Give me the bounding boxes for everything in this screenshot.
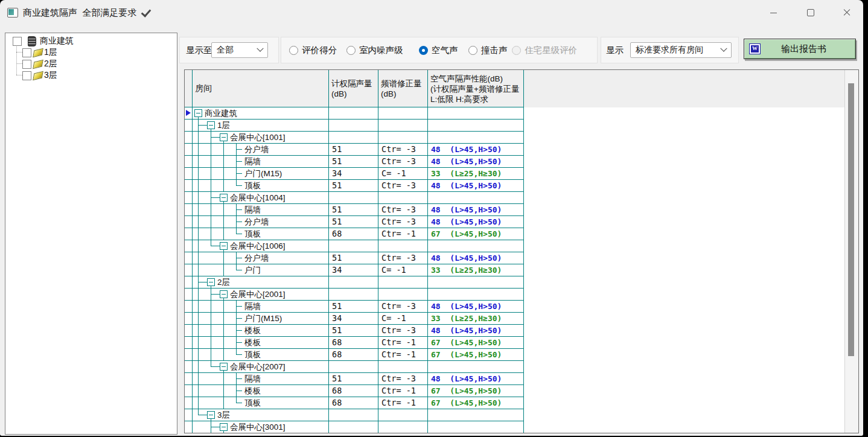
table-row-item[interactable]: 顶板68Ctr= -167 (L>45,H>50) bbox=[185, 397, 858, 409]
table-row-group[interactable]: 会展中心[1004] bbox=[185, 192, 858, 204]
table-row-group[interactable]: 商业建筑 bbox=[185, 107, 858, 120]
vertical-scrollbar[interactable] bbox=[844, 70, 858, 433]
tree-line bbox=[198, 397, 199, 409]
collapse-box[interactable] bbox=[220, 363, 228, 371]
spectrum-correction-cell bbox=[378, 240, 428, 252]
value-text: 68 bbox=[332, 337, 342, 348]
tree-item-root[interactable]: 商业建筑 bbox=[5, 35, 174, 46]
expand-box[interactable] bbox=[22, 71, 31, 80]
collapse-box[interactable] bbox=[220, 242, 228, 250]
tree-item-floor[interactable]: 1层 bbox=[5, 46, 174, 58]
expand-box[interactable] bbox=[22, 60, 31, 69]
expand-box[interactable] bbox=[22, 48, 31, 57]
row-marker-cell bbox=[185, 144, 193, 156]
collapse-box[interactable] bbox=[207, 121, 215, 129]
table-row-item[interactable]: 顶板51Ctr= -348 (L>45,H>50) bbox=[185, 180, 858, 192]
row-marker-cell bbox=[185, 180, 193, 192]
performance-value: 48 (L>45,H>50) bbox=[431, 325, 502, 336]
room-label: 3层 bbox=[217, 409, 230, 421]
table-row-group[interactable]: 会展中心[3001] bbox=[185, 421, 858, 433]
table-row-item[interactable]: 户门(M15)34C= -133 (L≥25,H≥30) bbox=[185, 168, 858, 180]
radio-option-2[interactable]: 室内噪声级 bbox=[346, 37, 403, 63]
performance-value: 48 (L>45,H>50) bbox=[431, 373, 502, 384]
table-row-group[interactable]: 1层 bbox=[185, 120, 858, 132]
tree-item-floor[interactable]: 3层 bbox=[5, 69, 174, 81]
tree-line bbox=[198, 117, 199, 119]
row-marker-cell bbox=[185, 301, 193, 313]
room-cell: 会展中心[3001] bbox=[193, 421, 329, 433]
collapse-box[interactable] bbox=[194, 109, 202, 117]
table-row-item[interactable]: 分户墙51Ctr= -348 (L>45,H>50) bbox=[185, 144, 858, 156]
room-label: 会展中心[3001] bbox=[230, 421, 286, 433]
table-row-item[interactable]: 隔墙51Ctr= -348 (L>45,H>50) bbox=[185, 204, 858, 216]
table-row-item[interactable]: 隔墙51Ctr= -348 (L>45,H>50) bbox=[185, 156, 858, 168]
table-row-item[interactable]: 顶板68Ctr= -167 (L>45,H>50) bbox=[185, 228, 858, 240]
tree-item-floor[interactable]: 2层 bbox=[5, 58, 174, 69]
radio-circle bbox=[289, 46, 298, 55]
spectrum-correction-cell: Ctr= -3 bbox=[378, 325, 428, 337]
show-to-select[interactable]: 全部 bbox=[211, 42, 268, 58]
table-row-item[interactable]: 户门(M15)34C= -133 (L≥25,H≥30) bbox=[185, 313, 858, 325]
close-button[interactable] bbox=[834, 4, 860, 22]
spectrum-correction-cell bbox=[378, 132, 428, 144]
table-row-item[interactable]: 分户墙51Ctr= -348 (L>45,H>50) bbox=[185, 216, 858, 228]
minimize-button[interactable] bbox=[761, 4, 786, 22]
radio-option-3[interactable]: 空气声 bbox=[419, 37, 458, 63]
radio-option-1[interactable]: 评价得分 bbox=[289, 37, 337, 63]
weighted-insulation-cell: 68 bbox=[329, 349, 378, 361]
table-row-item[interactable]: 隔墙51Ctr= -348 (L>45,H>50) bbox=[185, 373, 858, 385]
table-row-item[interactable]: 分户墙51Ctr= -348 (L>45,H>50) bbox=[185, 252, 858, 264]
table-row-item[interactable]: 隔墙51Ctr= -348 (L>45,H>50) bbox=[185, 301, 858, 313]
room-cell: 隔墙 bbox=[193, 373, 329, 385]
scrollbar-thumb[interactable] bbox=[848, 83, 854, 356]
radio-label: 室内噪声级 bbox=[359, 45, 403, 56]
display-select[interactable]: 标准要求所有房间 bbox=[630, 42, 732, 58]
spectrum-correction-cell: Ctr= -3 bbox=[378, 216, 428, 228]
table-row-item[interactable]: 楼板68Ctr= -167 (L>45,H>50) bbox=[185, 337, 858, 349]
tree-line bbox=[211, 168, 211, 179]
performance-cell: 33 (L≥25,H≥30) bbox=[428, 264, 524, 276]
radio-option-4[interactable]: 撞击声 bbox=[468, 37, 508, 63]
collapse-box[interactable] bbox=[220, 194, 228, 202]
table-row-group[interactable]: 会展中心[1001] bbox=[185, 132, 858, 144]
collapse-box[interactable] bbox=[13, 37, 22, 46]
row-filler bbox=[524, 156, 858, 168]
maximize-button[interactable] bbox=[798, 4, 823, 22]
table-row-group[interactable]: 会展中心[2001] bbox=[185, 289, 858, 301]
tree-line bbox=[198, 144, 199, 155]
tree-line bbox=[198, 313, 199, 324]
value-text: 51 bbox=[332, 325, 342, 336]
performance-value: 48 (L>45,H>50) bbox=[431, 156, 502, 167]
table-row-item[interactable]: 楼板68Ctr= -167 (L>45,H>50) bbox=[185, 385, 858, 397]
room-cell: 会展中心[1001] bbox=[193, 132, 329, 144]
performance-cell: 48 (L>45,H>50) bbox=[428, 301, 524, 313]
tree-line bbox=[198, 325, 199, 336]
collapse-box[interactable] bbox=[220, 423, 228, 431]
table-row-item[interactable]: 户门34C= -133 (L≥25,H≥30) bbox=[185, 264, 858, 276]
table-row-group[interactable]: 会展中心[1006] bbox=[185, 240, 858, 252]
collapse-box[interactable] bbox=[207, 411, 215, 419]
row-filler bbox=[524, 361, 858, 373]
weighted-insulation-cell bbox=[329, 421, 378, 433]
room-cell: 顶板 bbox=[193, 228, 329, 240]
export-report-button[interactable]: W 输出报告书 bbox=[744, 39, 856, 59]
row-marker-cell bbox=[185, 216, 193, 228]
table-row-group[interactable]: 2层 bbox=[185, 276, 858, 289]
tree-line bbox=[211, 129, 211, 131]
table-row-item[interactable]: 顶板68Ctr= -167 (L>45,H>50) bbox=[185, 349, 858, 361]
plus-glyph bbox=[23, 49, 27, 49]
table-row-item[interactable]: 楼板51Ctr= -348 (L>45,H>50) bbox=[185, 325, 858, 337]
plus-glyph bbox=[23, 72, 24, 77]
performance-cell: 67 (L>45,H>50) bbox=[428, 228, 524, 240]
tree-line bbox=[237, 173, 242, 174]
table-row-group[interactable]: 会展中心[2007] bbox=[185, 361, 858, 373]
spectrum-correction-cell: Ctr= -3 bbox=[378, 156, 428, 168]
collapse-box[interactable] bbox=[220, 290, 228, 298]
table-row-group[interactable]: 3层 bbox=[185, 409, 858, 421]
room-label: 顶板 bbox=[244, 228, 261, 240]
radio-circle bbox=[346, 46, 356, 55]
collapse-box[interactable] bbox=[220, 133, 228, 141]
tree-line bbox=[237, 234, 242, 234]
performance-cell: 48 (L>45,H>50) bbox=[428, 144, 524, 156]
collapse-box[interactable] bbox=[207, 278, 215, 286]
